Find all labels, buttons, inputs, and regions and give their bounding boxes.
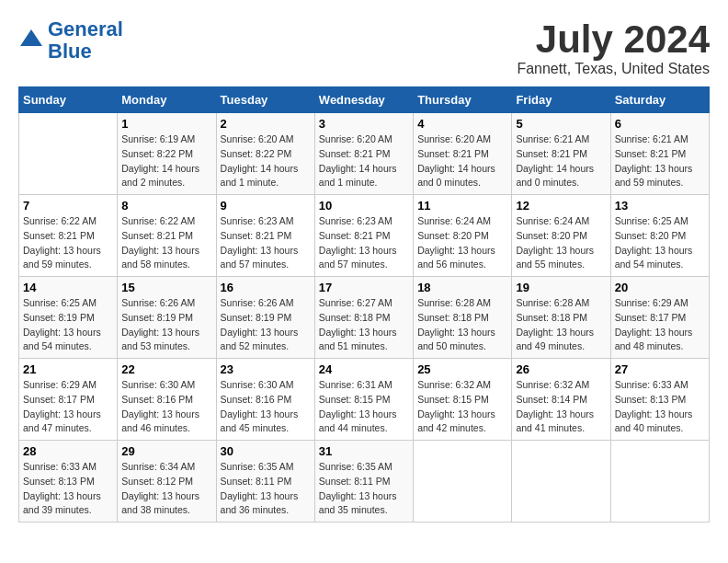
day-info: Sunrise: 6:23 AMSunset: 8:21 PMDaylight:… [319,214,409,272]
day-number: 24 [319,362,409,376]
day-number: 19 [516,281,606,294]
day-cell [610,441,709,523]
day-number: 16 [221,281,311,294]
day-info: Sunrise: 6:35 AMSunset: 8:11 PMDaylight:… [221,460,311,518]
day-number: 8 [121,199,211,213]
logo: General Blue [18,18,123,63]
main-title: July 2024 [517,18,710,61]
day-info: Sunrise: 6:29 AMSunset: 8:17 PMDaylight:… [23,378,113,436]
day-cell: 18Sunrise: 6:28 AMSunset: 8:18 PMDayligh… [414,277,512,359]
day-info: Sunrise: 6:33 AMSunset: 8:13 PMDaylight:… [615,378,705,436]
day-info: Sunrise: 6:21 AMSunset: 8:21 PMDaylight:… [615,132,705,190]
week-row-5: 28Sunrise: 6:33 AMSunset: 8:13 PMDayligh… [19,441,710,523]
day-number: 30 [221,444,311,458]
logo-icon [18,28,44,53]
day-number: 3 [319,117,409,131]
logo-text: General Blue [48,18,123,63]
header-cell-monday: Monday [118,87,216,113]
day-cell: 11Sunrise: 6:24 AMSunset: 8:20 PMDayligh… [414,195,512,277]
svg-marker-0 [20,29,42,46]
header-cell-friday: Friday [512,87,610,113]
day-info: Sunrise: 6:26 AMSunset: 8:19 PMDaylight:… [221,296,311,354]
day-info: Sunrise: 6:25 AMSunset: 8:19 PMDaylight:… [23,296,113,354]
day-cell: 13Sunrise: 6:25 AMSunset: 8:20 PMDayligh… [610,195,709,277]
header-row: SundayMondayTuesdayWednesdayThursdayFrid… [19,87,710,113]
day-cell: 26Sunrise: 6:32 AMSunset: 8:14 PMDayligh… [512,359,610,441]
day-info: Sunrise: 6:32 AMSunset: 8:15 PMDaylight:… [417,378,507,436]
day-info: Sunrise: 6:31 AMSunset: 8:15 PMDaylight:… [319,378,409,436]
header-cell-tuesday: Tuesday [216,87,314,113]
day-cell: 24Sunrise: 6:31 AMSunset: 8:15 PMDayligh… [314,359,413,441]
day-number: 26 [516,362,606,376]
day-info: Sunrise: 6:33 AMSunset: 8:13 PMDaylight:… [23,460,113,518]
day-cell [414,441,512,523]
day-number: 29 [121,444,211,458]
day-number: 20 [615,281,705,294]
day-number: 17 [319,281,409,294]
day-cell: 23Sunrise: 6:30 AMSunset: 8:16 PMDayligh… [216,359,314,441]
day-cell: 5Sunrise: 6:21 AMSunset: 8:21 PMDaylight… [512,113,610,195]
header-cell-wednesday: Wednesday [314,87,413,113]
day-info: Sunrise: 6:29 AMSunset: 8:17 PMDaylight:… [615,296,705,354]
day-number: 27 [615,362,705,376]
day-number: 31 [319,444,409,458]
day-cell: 31Sunrise: 6:35 AMSunset: 8:11 PMDayligh… [314,441,413,523]
day-cell: 25Sunrise: 6:32 AMSunset: 8:15 PMDayligh… [414,359,512,441]
day-number: 14 [23,281,113,294]
day-number: 4 [417,117,507,131]
day-cell: 16Sunrise: 6:26 AMSunset: 8:19 PMDayligh… [216,277,314,359]
day-cell: 9Sunrise: 6:23 AMSunset: 8:21 PMDaylight… [216,195,314,277]
day-info: Sunrise: 6:32 AMSunset: 8:14 PMDaylight:… [516,378,606,436]
calendar-table: SundayMondayTuesdayWednesdayThursdayFrid… [18,86,710,523]
day-info: Sunrise: 6:30 AMSunset: 8:16 PMDaylight:… [221,378,311,436]
day-cell [19,113,118,195]
day-info: Sunrise: 6:20 AMSunset: 8:22 PMDaylight:… [221,132,311,190]
day-number: 5 [516,117,606,131]
day-info: Sunrise: 6:22 AMSunset: 8:21 PMDaylight:… [121,214,211,272]
day-info: Sunrise: 6:23 AMSunset: 8:21 PMDaylight:… [221,214,311,272]
day-cell: 27Sunrise: 6:33 AMSunset: 8:13 PMDayligh… [610,359,709,441]
day-number: 12 [516,199,606,213]
day-number: 15 [121,281,211,294]
day-number: 22 [121,362,211,376]
day-number: 7 [23,199,113,213]
day-cell: 17Sunrise: 6:27 AMSunset: 8:18 PMDayligh… [314,277,413,359]
day-info: Sunrise: 6:21 AMSunset: 8:21 PMDaylight:… [516,132,606,190]
day-cell: 15Sunrise: 6:26 AMSunset: 8:19 PMDayligh… [118,277,216,359]
header-cell-thursday: Thursday [414,87,512,113]
day-info: Sunrise: 6:19 AMSunset: 8:22 PMDaylight:… [121,132,211,190]
day-cell: 1Sunrise: 6:19 AMSunset: 8:22 PMDaylight… [118,113,216,195]
day-info: Sunrise: 6:27 AMSunset: 8:18 PMDaylight:… [319,296,409,354]
logo-line1: General [48,17,123,40]
day-cell: 10Sunrise: 6:23 AMSunset: 8:21 PMDayligh… [314,195,413,277]
day-info: Sunrise: 6:22 AMSunset: 8:21 PMDaylight:… [23,214,113,272]
day-info: Sunrise: 6:30 AMSunset: 8:16 PMDaylight:… [121,378,211,436]
week-row-3: 14Sunrise: 6:25 AMSunset: 8:19 PMDayligh… [19,277,710,359]
day-number: 11 [417,199,507,213]
day-cell: 28Sunrise: 6:33 AMSunset: 8:13 PMDayligh… [19,441,118,523]
day-info: Sunrise: 6:24 AMSunset: 8:20 PMDaylight:… [417,214,507,272]
day-info: Sunrise: 6:35 AMSunset: 8:11 PMDaylight:… [319,460,409,518]
day-cell: 14Sunrise: 6:25 AMSunset: 8:19 PMDayligh… [19,277,118,359]
week-row-2: 7Sunrise: 6:22 AMSunset: 8:21 PMDaylight… [19,195,710,277]
day-cell: 19Sunrise: 6:28 AMSunset: 8:18 PMDayligh… [512,277,610,359]
page-header: General Blue July 2024 Fannett, Texas, U… [18,18,710,77]
day-info: Sunrise: 6:25 AMSunset: 8:20 PMDaylight:… [615,214,705,272]
day-number: 25 [417,362,507,376]
header-cell-saturday: Saturday [610,87,709,113]
day-cell: 20Sunrise: 6:29 AMSunset: 8:17 PMDayligh… [610,277,709,359]
day-info: Sunrise: 6:26 AMSunset: 8:19 PMDaylight:… [121,296,211,354]
day-cell [512,441,610,523]
day-number: 1 [121,117,211,131]
title-block: July 2024 Fannett, Texas, United States [517,18,710,77]
day-cell: 30Sunrise: 6:35 AMSunset: 8:11 PMDayligh… [216,441,314,523]
day-info: Sunrise: 6:20 AMSunset: 8:21 PMDaylight:… [417,132,507,190]
day-info: Sunrise: 6:28 AMSunset: 8:18 PMDaylight:… [516,296,606,354]
day-number: 9 [221,199,311,213]
week-row-4: 21Sunrise: 6:29 AMSunset: 8:17 PMDayligh… [19,359,710,441]
day-cell: 7Sunrise: 6:22 AMSunset: 8:21 PMDaylight… [19,195,118,277]
day-cell: 2Sunrise: 6:20 AMSunset: 8:22 PMDaylight… [216,113,314,195]
day-number: 10 [319,199,409,213]
day-cell: 12Sunrise: 6:24 AMSunset: 8:20 PMDayligh… [512,195,610,277]
day-number: 6 [615,117,705,131]
